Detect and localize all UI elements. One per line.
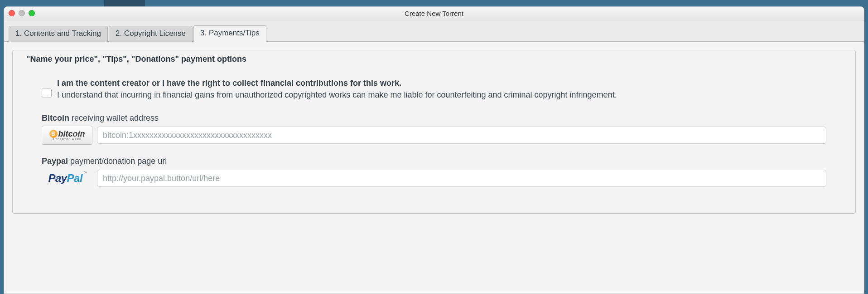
bitcoin-label-rest: receiving wallet address — [69, 113, 159, 122]
window-controls — [9, 10, 35, 16]
paypal-url-input[interactable] — [97, 170, 826, 187]
payments-groupbox: "Name your price", "Tips", "Donations" p… — [12, 50, 856, 214]
dialog-window: Create New Torrent 1. Contents and Track… — [4, 6, 864, 294]
panel: "Name your price", "Tips", "Donations" p… — [4, 42, 864, 294]
disclaimer-rest: I understand that incurring in financial… — [57, 90, 617, 99]
minimize-window-button[interactable] — [19, 10, 25, 16]
titlebar: Create New Torrent — [4, 7, 864, 20]
bitcoin-coin-icon: B — [49, 130, 58, 138]
group-title: "Name your price", "Tips", "Donations" p… — [24, 54, 249, 64]
bitcoin-label-strong: Bitcoin — [42, 113, 69, 122]
window-title: Create New Torrent — [4, 10, 864, 17]
paypal-badge-icon: PayPal™ — [42, 169, 92, 188]
bitcoin-badge-icon: B bitcoin ACCEPTED HERE — [42, 126, 92, 145]
paypal-label-rest: payment/donation page url — [68, 157, 167, 166]
background-dark-segment — [104, 0, 145, 6]
tab-contents-tracking[interactable]: 1. Contents and Tracking — [9, 26, 108, 42]
zoom-window-button[interactable] — [29, 10, 35, 16]
disclaimer-text: I am the content creator or I have the r… — [57, 77, 617, 101]
paypal-pay: Pay — [48, 172, 67, 185]
tab-payments-tips[interactable]: 3. Payments/Tips — [193, 25, 266, 42]
paypal-label-strong: Paypal — [42, 157, 68, 166]
paypal-field-row: PayPal™ — [42, 169, 826, 188]
paypal-label: Paypal payment/donation page url — [42, 157, 826, 166]
paypal-pal: Pal — [67, 172, 83, 185]
disclaimer-row: I am the content creator or I have the r… — [42, 77, 826, 101]
tabs-row: 1. Contents and Tracking 2. Copyright Li… — [4, 20, 864, 42]
bitcoin-label: Bitcoin receiving wallet address — [42, 113, 826, 123]
disclaimer-bold: I am the content creator or I have the r… — [57, 78, 401, 88]
bitcoin-field-row: B bitcoin ACCEPTED HERE — [42, 126, 826, 145]
bitcoin-badge-text: bitcoin — [58, 130, 85, 138]
bitcoin-field-block: Bitcoin receiving wallet address B bitco… — [42, 113, 826, 145]
paypal-tm: ™ — [83, 171, 87, 175]
close-window-button[interactable] — [9, 10, 15, 16]
consent-checkbox[interactable] — [42, 88, 52, 98]
tab-copyright-license[interactable]: 2. Copyright License — [109, 26, 193, 42]
bitcoin-badge-sub: ACCEPTED HERE — [53, 138, 82, 141]
paypal-field-block: Paypal payment/donation page url PayPal™ — [42, 157, 826, 188]
bitcoin-address-input[interactable] — [97, 127, 826, 144]
